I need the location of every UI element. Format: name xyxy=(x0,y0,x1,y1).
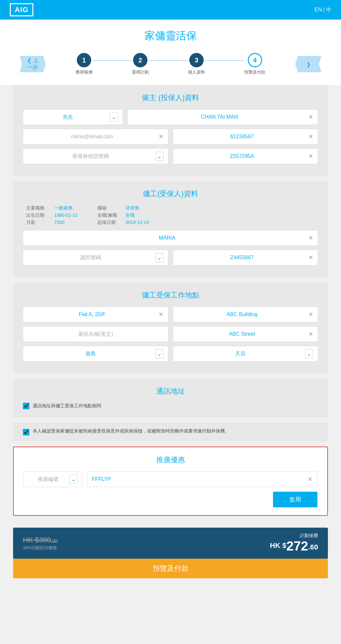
passport-type-dropdown-icon[interactable]: ⌄ xyxy=(155,253,163,262)
new-price: HK $272.60 xyxy=(270,539,318,553)
step-4-circle: 4 xyxy=(248,53,262,67)
full-name-field[interactable]: CHAN TAI MAN ✕ xyxy=(128,109,318,125)
region-value: 港島 xyxy=(28,350,153,357)
passport-number-clear-icon[interactable]: ✕ xyxy=(308,254,313,261)
helper-section-title: 傭工(受保人)資料 xyxy=(23,189,318,199)
promo-section: 推廣優惠 推廣編號 ⌄ FFFLYP ✕ 套用 xyxy=(13,447,328,516)
district-value: 天后 xyxy=(178,350,303,357)
salary-label: 月薪 xyxy=(26,220,49,226)
promo-type-dropdown-icon[interactable]: ⌄ xyxy=(69,475,77,484)
discount-label: 30%活動折扣優惠 xyxy=(23,545,58,551)
dob-value: 1980-01-12 xyxy=(54,212,78,218)
passport-type-field[interactable]: 護照號碼 ⌄ xyxy=(23,250,168,265)
phone-clear-icon[interactable]: ✕ xyxy=(308,133,313,140)
salary-value: 7500 xyxy=(54,220,64,226)
checkout-area: 預覽及付款 xyxy=(0,559,341,591)
employment-value: 全職 xyxy=(126,212,135,218)
building-field[interactable]: ABC Building ✕ xyxy=(173,307,318,322)
workplace-row-2: 屋苑名稱(英文) ABC Street ✕ xyxy=(23,326,318,342)
helper-job-row: 主要職務 一般家務 xyxy=(26,205,78,211)
promo-type-field[interactable]: 推廣編號 ⌄ xyxy=(24,471,82,487)
id-type-field[interactable]: 香港身份證號碼 ⌄ xyxy=(23,148,168,164)
flat-clear-icon[interactable]: ✕ xyxy=(159,311,163,318)
header: AIG EN | 中 xyxy=(0,0,341,20)
promo-section-title: 推廣優惠 xyxy=(24,455,317,465)
step-1-label: 獲得報價 xyxy=(76,69,93,75)
email-field[interactable]: name@email.com ✕ xyxy=(23,129,168,144)
back-button[interactable]: ❮ 上一步 xyxy=(20,56,46,72)
street-field[interactable]: ABC Street ✕ xyxy=(173,326,318,342)
same-as-workplace-checkbox[interactable] xyxy=(23,403,29,409)
price-cents: .60 xyxy=(308,543,318,551)
street-clear-icon[interactable]: ✕ xyxy=(308,330,313,338)
employer-row-3: 香港身份證號碼 ⌄ Z557295A ✕ xyxy=(23,148,318,164)
step-connector-3-4 xyxy=(205,60,244,61)
promo-type-placeholder: 推廣編號 xyxy=(28,476,67,483)
helper-name-clear-icon[interactable]: ✕ xyxy=(308,234,313,242)
helper-row-2: 護照號碼 ⌄ Z4455667 ✕ xyxy=(23,250,318,265)
region-field[interactable]: 港島 ⌄ xyxy=(23,346,168,362)
checkout-button[interactable]: 預覽及付款 xyxy=(13,559,328,578)
confirmation-checkbox[interactable] xyxy=(23,429,29,435)
id-number-clear-icon[interactable]: ✕ xyxy=(308,153,313,160)
price-main: 272 xyxy=(286,539,308,553)
next-button[interactable]: ❯ xyxy=(295,56,321,72)
estate-field[interactable]: 屋苑名稱(英文) xyxy=(23,326,168,342)
correspondence-section-title: 通訊地址 xyxy=(23,386,318,396)
step-3-circle: 3 xyxy=(189,53,204,67)
pricing-area: HK $380.00 30%活動折扣優惠 計劃保費 HK $272.60 xyxy=(0,528,341,559)
region-dropdown-icon[interactable]: ⌄ xyxy=(155,349,163,358)
building-clear-icon[interactable]: ✕ xyxy=(308,311,313,318)
passport-number-field[interactable]: Z4455667 ✕ xyxy=(173,250,318,265)
full-name-clear-icon[interactable]: ✕ xyxy=(308,113,313,121)
next-arrow-icon: ❯ xyxy=(306,61,311,67)
id-number-field[interactable]: Z557295A ✕ xyxy=(173,148,318,164)
passport-type-placeholder: 護照號碼 xyxy=(28,254,153,261)
id-number-value: Z557295A xyxy=(178,153,307,159)
nationality-label: 國籍 xyxy=(97,205,120,211)
back-arrow-icon: ❮ 上一步 xyxy=(26,57,39,71)
workplace-section: 傭工受保工作地點 Flat A, 20/F ✕ ABC Building ✕ 屋… xyxy=(13,282,328,373)
employer-row-2: name@email.com ✕ 61234567 ✕ xyxy=(23,129,318,144)
step-2: 2 選擇計劃 xyxy=(132,53,149,75)
flat-field[interactable]: Flat A, 20/F ✕ xyxy=(23,307,168,322)
promo-code-field[interactable]: FFFLYP ✕ xyxy=(87,471,317,487)
helper-section: 傭工(受保人)資料 主要職務 一般家務 出生日期 1980-01-12 月薪 7… xyxy=(13,181,328,277)
language-switcher[interactable]: EN | 中 xyxy=(315,7,331,13)
phone-field[interactable]: 61234567 ✕ xyxy=(173,129,318,144)
promo-code-clear-icon[interactable]: ✕ xyxy=(308,476,313,483)
building-value: ABC Building xyxy=(178,312,307,317)
district-dropdown-icon[interactable]: ⌄ xyxy=(305,349,313,358)
helper-info-col-1: 主要職務 一般家務 出生日期 1980-01-12 月薪 7500 xyxy=(26,205,78,226)
employer-row-1: 先生 ⌄ CHAN TAI MAN ✕ xyxy=(23,109,318,125)
plan-cost-label: 計劃保費 xyxy=(270,533,318,539)
helper-name-field[interactable]: MARIA ✕ xyxy=(23,230,318,246)
salutation-field[interactable]: 先生 ⌄ xyxy=(23,109,123,125)
step-3: 3 個人資料 xyxy=(188,53,205,75)
aig-logo: AIG xyxy=(10,3,33,16)
nationality-value: 菲律賓 xyxy=(126,205,139,211)
salutation-dropdown-icon[interactable]: ⌄ xyxy=(110,112,118,122)
step-1: 1 獲得報價 xyxy=(76,53,93,75)
confirmation-section: 本人確認受保家傭從未被拒絕接受投保意外或疾病保險，或被附加特別條件或要求繳付額外… xyxy=(13,422,328,441)
correspondence-section: 通訊地址 通訊地址與傭工受保工作地點相同 xyxy=(13,379,328,417)
helper-row-1: MARIA ✕ xyxy=(23,230,318,246)
step-1-circle: 1 xyxy=(77,53,91,67)
confirmation-label: 本人確認受保家傭從未被拒絕接受投保意外或疾病保險，或被附加特別條件或要求繳付額外… xyxy=(33,428,230,434)
id-type-dropdown-icon[interactable]: ⌄ xyxy=(155,152,163,161)
old-price: HK $380.00 xyxy=(23,536,58,544)
passport-number-value: Z4455667 xyxy=(178,255,307,261)
new-price-area: 計劃保費 HK $272.60 xyxy=(270,533,318,553)
district-field[interactable]: 天后 ⌄ xyxy=(173,346,318,362)
start-value: 2019-12-19 xyxy=(126,220,149,226)
helper-dob-row: 出生日期 1980-01-12 xyxy=(26,212,78,218)
email-clear-icon[interactable]: ✕ xyxy=(159,133,163,140)
id-type-placeholder: 香港身份證號碼 xyxy=(28,153,153,160)
apply-promo-button[interactable]: 套用 xyxy=(273,492,317,507)
same-as-workplace-label: 通訊地址與傭工受保工作地點相同 xyxy=(33,403,101,409)
helper-employment-row: 全職/兼職 全職 xyxy=(97,212,149,218)
promo-code-value: FFFLYP xyxy=(92,476,306,482)
step-2-label: 選擇計劃 xyxy=(132,69,149,75)
workplace-row-3: 港島 ⌄ 天后 ⌄ xyxy=(23,346,318,362)
step-3-label: 個人資料 xyxy=(188,69,205,75)
